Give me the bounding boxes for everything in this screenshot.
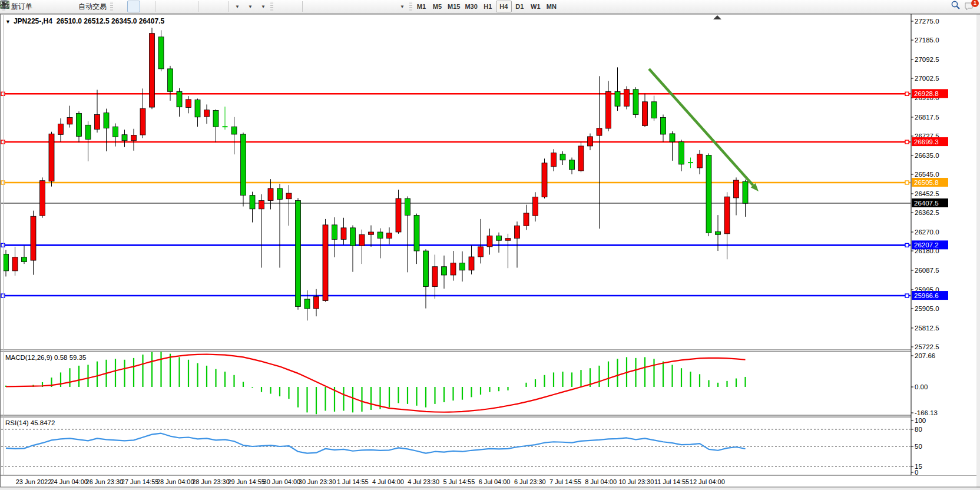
time-axis-label: 24 Jun 04:00: [50, 478, 88, 485]
price-axis-label: 27002.5: [915, 75, 939, 82]
chart-window: 27275.027185.027092.527002.526910.026817…: [0, 14, 980, 490]
price-axis-label: 26270.0: [915, 229, 939, 236]
time-axis-label: 11 Jul 14:55: [654, 478, 689, 485]
candle-body: [505, 239, 511, 241]
toolbar-grip[interactable]: [270, 2, 273, 11]
candle-body: [533, 197, 538, 216]
periods-button[interactable]: ▼: [243, 1, 256, 12]
hline-handle-right[interactable]: [905, 92, 909, 95]
timeframe-button-w1[interactable]: W1: [528, 1, 544, 12]
timeframe-button-m5[interactable]: M5: [429, 1, 445, 12]
candle-body: [651, 102, 657, 118]
hline-handle-right[interactable]: [905, 294, 909, 297]
candle-body: [743, 181, 748, 203]
candle-body: [277, 188, 283, 200]
toolbar-grip[interactable]: [409, 2, 412, 11]
symbol-dropdown-icon[interactable]: ▼: [5, 19, 11, 25]
hline-handle-right[interactable]: [905, 181, 909, 184]
candle-body: [204, 110, 210, 117]
cursor-button[interactable]: [274, 1, 287, 12]
candle-body: [560, 154, 565, 160]
equidistant-channel-button[interactable]: E: [343, 1, 356, 12]
time-axis-label: 12 Jul 04:00: [690, 478, 725, 485]
trendline-button[interactable]: [330, 1, 343, 12]
metaeditor-button[interactable]: [35, 1, 48, 12]
price-axis-label: 25905.0: [915, 305, 939, 312]
autotrading-button[interactable]: 自动交易: [74, 1, 109, 12]
candle-body: [323, 225, 328, 301]
candle-body: [643, 102, 648, 126]
time-axis-label: 28 Jun 23:30: [192, 478, 230, 485]
hline-handle-right[interactable]: [905, 243, 909, 247]
timeframe-button-h1[interactable]: H1: [480, 1, 496, 12]
candle-body: [524, 213, 529, 226]
price-axis-label: 26087.5: [915, 267, 939, 274]
timeframe-button-m1[interactable]: M1: [413, 1, 429, 12]
zoom-in-button[interactable]: [157, 1, 170, 12]
market-watch-button[interactable]: [48, 1, 61, 12]
candle-body: [213, 110, 218, 127]
timeframe-button-m30[interactable]: M30: [462, 1, 479, 12]
candle-body: [150, 34, 155, 107]
time-axis-label: 30 Jun 04:00: [263, 478, 301, 485]
signals-button[interactable]: [61, 1, 74, 12]
arrows-icon: [0, 0, 9, 9]
notifications-button[interactable]: 1: [964, 1, 976, 13]
arrows-button[interactable]: ▼: [395, 1, 408, 12]
price-axis-label: 27092.5: [915, 56, 939, 63]
time-axis-label: 7 Jul 14:55: [549, 478, 581, 485]
candle-body: [67, 117, 72, 124]
horizontal-line-button[interactable]: [317, 1, 330, 12]
candle-body: [661, 117, 666, 134]
indicators-button[interactable]: ▼: [230, 1, 243, 12]
bar-chart-button[interactable]: [114, 1, 127, 12]
candle-body: [314, 297, 319, 309]
price-badge-label: 25966.6: [914, 292, 939, 299]
price-badge-label: 26207.2: [914, 241, 939, 249]
macd-axis-label: 207.66: [915, 352, 935, 359]
vertical-line-button[interactable]: [304, 1, 317, 12]
right-gutter: [976, 14, 980, 490]
timeframe-button-m15[interactable]: M15: [445, 1, 462, 12]
price-badge-label: 26928.8: [914, 90, 939, 97]
price-axis-label: 27185.0: [915, 37, 939, 44]
fibonacci-button[interactable]: F: [356, 1, 369, 12]
rsi-axis-label: 80: [915, 426, 922, 433]
tile-windows-button[interactable]: [183, 1, 196, 12]
crosshair-button[interactable]: [287, 1, 300, 12]
chart-canvas[interactable]: 27275.027185.027092.527002.526910.026817…: [0, 14, 980, 490]
candle-body: [113, 127, 118, 137]
candle-body: [195, 100, 200, 117]
candle-body: [442, 267, 447, 275]
candle-body: [570, 160, 575, 170]
candle-body: [716, 231, 721, 234]
macd-axis-label: 0.00: [915, 383, 928, 390]
autoscroll-button[interactable]: [200, 1, 213, 12]
toolbar-grip[interactable]: [110, 2, 113, 11]
price-badge-label: 26505.8: [914, 179, 939, 186]
candle-body: [58, 124, 64, 135]
candle-body: [350, 228, 356, 246]
candle-body: [85, 125, 91, 139]
search-button[interactable]: [951, 1, 964, 13]
text-button[interactable]: A: [369, 1, 382, 12]
time-axis-label: 8 Jul 04:00: [585, 478, 617, 485]
timeframe-button-mn[interactable]: MN: [544, 1, 559, 12]
candle-body: [542, 163, 547, 197]
hline-handle-right[interactable]: [905, 140, 909, 144]
candlestick-chart-button[interactable]: [127, 1, 140, 12]
autotrading-label: 自动交易: [78, 2, 107, 12]
line-chart-button[interactable]: [140, 1, 153, 12]
templates-button[interactable]: ▼: [256, 1, 269, 12]
text-label-button[interactable]: T: [382, 1, 395, 12]
candle-body: [378, 232, 383, 239]
chart-shift-button[interactable]: [213, 1, 226, 12]
candle-body: [40, 181, 45, 216]
rsi-axis-label: 0: [915, 469, 918, 476]
timeframe-button-d1[interactable]: D1: [512, 1, 528, 12]
candle-body: [158, 37, 164, 69]
timeframe-button-h4[interactable]: H4: [496, 1, 512, 12]
candle-body: [423, 251, 429, 287]
zoom-out-button[interactable]: [170, 1, 183, 12]
new-order-button[interactable]: 新订单: [6, 1, 35, 12]
